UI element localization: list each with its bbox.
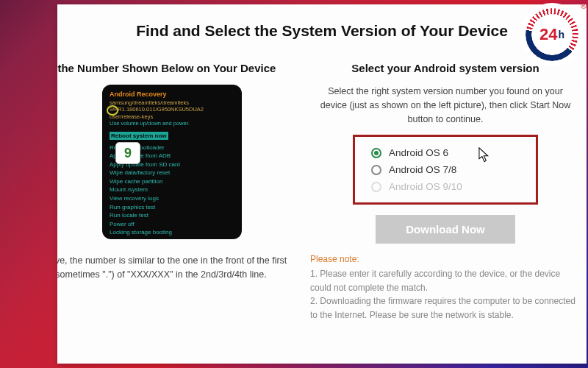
version-options: Android OS 6 Android OS 7/8 Android OS 9… xyxy=(353,135,538,205)
recovery-item: Mount /system xyxy=(110,185,234,194)
option-android-7-8[interactable]: Android OS 7/8 xyxy=(371,161,521,178)
recovery-item: Wipe cache partition xyxy=(110,177,234,186)
recovery-title: Android Recovery xyxy=(110,91,234,98)
note-line-2: 2. Downloading the firmware requires the… xyxy=(310,294,581,322)
radio-icon xyxy=(371,182,381,192)
highlight-circle-icon xyxy=(107,105,118,116)
radio-icon xyxy=(371,148,381,158)
page-title: Find and Select the System Version of Yo… xyxy=(57,4,587,53)
note-heading: Please note: xyxy=(310,254,581,264)
option-android-6[interactable]: Android OS 6 xyxy=(371,144,521,161)
recovery-item: Wipe data/factory reset xyxy=(110,169,234,177)
instruction-text: Select the right system version number y… xyxy=(310,85,581,126)
recovery-item: Locking storage booting xyxy=(110,228,234,237)
brand-logo: 24h ® xyxy=(520,3,584,66)
left-column: Find the Number Shown Below on Your Devi… xyxy=(57,53,300,361)
download-button[interactable]: Download Now xyxy=(376,215,515,244)
note-line-1: 1. Please enter it carefully according t… xyxy=(310,267,581,294)
recovery-item: Run locale test xyxy=(110,211,234,220)
option-android-9-10[interactable]: Android OS 9/10 xyxy=(371,178,521,195)
recovery-selected: Reboot system now xyxy=(110,132,168,140)
logo-suffix: h xyxy=(558,29,564,40)
recovery-line: 9/PR1.180610.011/G950NKSU5DUA2 xyxy=(110,106,234,113)
recovery-line: user/release-keys xyxy=(110,113,234,120)
app-panel: Find and Select the System Version of Yo… xyxy=(57,4,587,364)
radio-icon xyxy=(371,165,381,175)
option-label: Android OS 6 xyxy=(389,147,448,158)
option-label: Android OS 9/10 xyxy=(389,181,462,192)
option-label: Android OS 7/8 xyxy=(389,164,456,175)
logo-number: 24 xyxy=(539,25,557,44)
recovery-item: Power off xyxy=(110,220,234,229)
left-subtitle: Find the Number Shown Below on Your Devi… xyxy=(57,62,294,74)
recovery-hint: Use volume up/down and power. xyxy=(110,120,234,127)
trademark-icon: ® xyxy=(581,1,587,10)
recovery-item: View recovery logs xyxy=(110,194,234,203)
version-badge: 9 xyxy=(115,142,140,164)
recovery-line: samsung/dreamlteks/dreamlteks xyxy=(110,99,234,106)
recovery-item: Run graphics test xyxy=(110,203,234,212)
right-column: Select your Android system version Selec… xyxy=(300,53,587,361)
left-caption: own above, the number is similar to the … xyxy=(57,254,294,282)
